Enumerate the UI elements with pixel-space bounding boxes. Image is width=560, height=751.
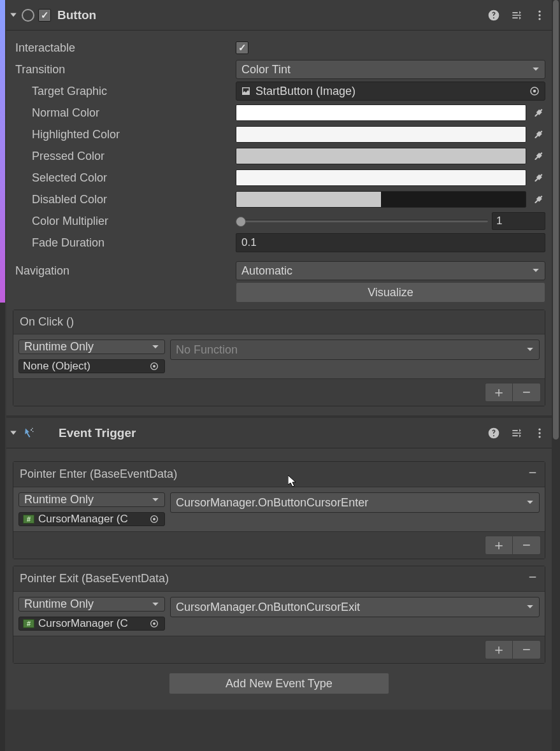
object-picker-icon[interactable]: [528, 85, 541, 97]
onclick-header: On Click (): [13, 310, 545, 334]
normal-color-label: Normal Color: [13, 106, 236, 120]
foldout-icon[interactable]: [9, 11, 18, 20]
color-multiplier-label: Color Multiplier: [13, 215, 236, 228]
transition-dropdown[interactable]: Color Tint: [236, 60, 545, 79]
button-component-icon: [22, 9, 34, 22]
remove-event-icon[interactable]: [527, 467, 538, 482]
event-header: Pointer Enter (BaseEventData): [13, 462, 545, 487]
remove-event-icon[interactable]: [527, 571, 538, 586]
color-multiplier-value[interactable]: 1: [492, 212, 545, 230]
normal-color-swatch[interactable]: [236, 104, 526, 121]
svg-point-10: [538, 428, 540, 430]
pressed-color-swatch[interactable]: [236, 148, 526, 164]
help-icon[interactable]: [487, 426, 501, 440]
visualize-button[interactable]: Visualize: [236, 282, 545, 303]
scrollbar-thumb[interactable]: [553, 0, 559, 440]
help-icon[interactable]: [487, 8, 501, 22]
component-title: Event Trigger: [59, 426, 483, 440]
selected-color-label: Selected Color: [13, 171, 236, 185]
interactable-checkbox[interactable]: [236, 41, 248, 54]
svg-point-7: [31, 429, 32, 430]
event-remove-button[interactable]: −: [513, 640, 541, 659]
event-remove-button[interactable]: −: [513, 536, 541, 555]
function-dropdown[interactable]: CursorManager.OnButtonCursorExit: [170, 597, 540, 617]
svg-point-0: [538, 10, 540, 12]
svg-point-1: [538, 14, 540, 16]
svg-point-18: [153, 622, 155, 625]
script-icon: #: [23, 515, 34, 524]
object-picker-icon[interactable]: [148, 513, 161, 526]
svg-rect-13: [529, 472, 536, 473]
foldout-icon[interactable]: [9, 429, 18, 438]
event-add-button[interactable]: ＋: [485, 536, 513, 555]
svg-point-11: [538, 432, 540, 434]
eyedropper-icon[interactable]: [530, 192, 545, 207]
runtime-dropdown[interactable]: Runtime Only: [18, 597, 165, 612]
script-icon: #: [23, 619, 34, 628]
event-trigger-body: Pointer Enter (BaseEventData) Runtime On…: [6, 448, 552, 710]
inspector-panel: Button Interactable Transition Color: [6, 0, 552, 710]
eyedropper-icon[interactable]: [530, 105, 545, 120]
hierarchy-strip-dark: [0, 303, 5, 751]
fade-duration-field[interactable]: 0.1: [236, 233, 545, 252]
navigation-label: Navigation: [13, 264, 236, 278]
svg-point-2: [538, 18, 540, 20]
onclick-remove-button[interactable]: −: [513, 383, 541, 402]
svg-point-4: [533, 90, 536, 93]
eyedropper-icon[interactable]: [530, 127, 545, 142]
highlighted-color-label: Highlighted Color: [13, 128, 236, 141]
function-dropdown[interactable]: CursorManager.OnButtonCursorEnter: [170, 492, 540, 513]
kebab-menu-icon[interactable]: [533, 426, 547, 440]
color-multiplier-slider[interactable]: [236, 213, 488, 229]
onclick-target-field[interactable]: None (Object): [18, 359, 165, 373]
presets-icon[interactable]: [510, 8, 524, 22]
object-picker-icon[interactable]: [148, 617, 161, 630]
kebab-menu-icon[interactable]: [533, 8, 547, 22]
pointer-exit-box: Pointer Exit (BaseEventData) Runtime Onl…: [13, 566, 545, 664]
disabled-color-label: Disabled Color: [13, 193, 236, 206]
onclick-runtime-dropdown[interactable]: Runtime Only: [18, 340, 165, 354]
event-add-button[interactable]: ＋: [485, 640, 513, 659]
presets-icon[interactable]: [510, 426, 524, 440]
component-enabled-checkbox[interactable]: [38, 9, 51, 22]
image-component-icon: [240, 85, 252, 97]
runtime-dropdown[interactable]: Runtime Only: [18, 492, 165, 507]
hierarchy-selection-strip: [0, 0, 5, 303]
svg-point-15: [153, 518, 155, 520]
selected-color-swatch[interactable]: [236, 169, 526, 186]
transition-value: Color Tint: [241, 63, 291, 76]
interactable-label: Interactable: [13, 41, 236, 55]
svg-rect-16: [529, 576, 536, 578]
disabled-color-swatch[interactable]: [236, 191, 526, 208]
event-target-field[interactable]: # CursorManager (C: [18, 512, 165, 526]
component-title: Button: [57, 8, 483, 22]
eyedropper-icon[interactable]: [530, 148, 545, 164]
event-trigger-header[interactable]: Event Trigger: [6, 418, 552, 448]
svg-point-9: [32, 427, 33, 429]
transition-label: Transition: [13, 63, 236, 76]
onclick-function-dropdown[interactable]: No Function: [170, 340, 540, 360]
pointer-enter-box: Pointer Enter (BaseEventData) Runtime On…: [13, 461, 545, 559]
pressed-color-label: Pressed Color: [13, 150, 236, 163]
onclick-add-button[interactable]: ＋: [485, 383, 513, 402]
fade-duration-label: Fade Duration: [13, 236, 236, 250]
event-trigger-icon: [22, 426, 36, 440]
target-graphic-field[interactable]: StartButton (Image): [236, 82, 545, 101]
highlighted-color-swatch[interactable]: [236, 126, 526, 143]
navigation-dropdown[interactable]: Automatic: [236, 261, 545, 280]
event-target-field[interactable]: # CursorManager (C: [18, 617, 165, 631]
svg-point-6: [153, 365, 155, 368]
target-graphic-value: StartButton (Image): [255, 85, 355, 98]
add-new-event-type-button[interactable]: Add New Event Type: [169, 673, 389, 694]
object-picker-icon[interactable]: [148, 360, 161, 373]
svg-point-8: [32, 431, 34, 432]
eyedropper-icon[interactable]: [530, 170, 545, 185]
button-component-header[interactable]: Button: [6, 0, 552, 31]
event-header: Pointer Exit (BaseEventData): [13, 566, 545, 592]
inspector-scrollbar[interactable]: [552, 0, 560, 751]
svg-point-12: [538, 436, 540, 438]
navigation-value: Automatic: [241, 264, 292, 278]
onclick-event-box: On Click () Runtime Only None (Object): [13, 310, 545, 406]
button-component-body: Interactable Transition Color Tint Targe…: [6, 31, 552, 415]
target-graphic-label: Target Graphic: [13, 85, 236, 98]
